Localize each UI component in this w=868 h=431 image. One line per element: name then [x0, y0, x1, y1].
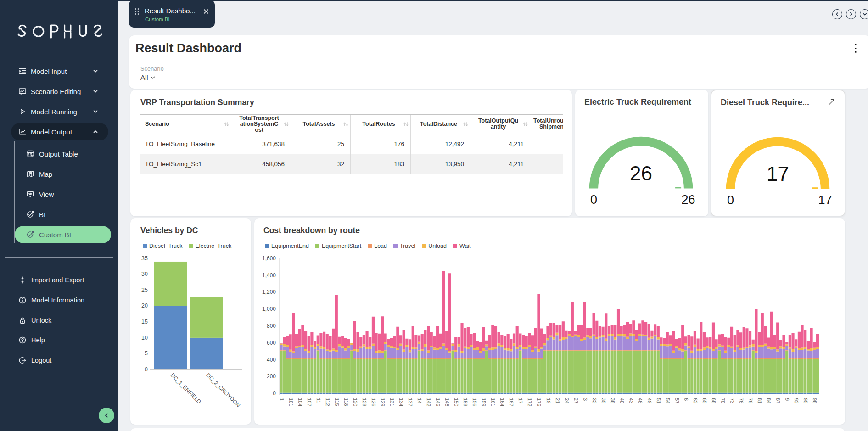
svg-text:161: 161 [490, 398, 496, 406]
svg-text:123: 123 [362, 398, 367, 406]
svg-text:87: 87 [775, 398, 781, 403]
svg-text:200: 200 [267, 373, 276, 380]
svg-text:30: 30 [141, 271, 148, 277]
svg-text:15: 15 [141, 319, 148, 325]
svg-text:1,400: 1,400 [262, 272, 276, 279]
svg-text:26: 26 [682, 193, 695, 207]
svg-text:134: 134 [398, 398, 404, 406]
svg-text:20: 20 [141, 302, 148, 309]
svg-text:126: 126 [371, 398, 376, 406]
svg-text:19: 19 [546, 398, 551, 403]
svg-text:35: 35 [141, 255, 148, 262]
svg-text:98: 98 [812, 398, 818, 403]
svg-text:73: 73 [729, 398, 735, 403]
svg-text:156: 156 [472, 398, 477, 406]
svg-text:1,600: 1,600 [262, 255, 276, 262]
svg-text:68: 68 [711, 398, 717, 403]
svg-text:17: 17 [818, 193, 832, 207]
svg-text:101: 101 [288, 398, 294, 406]
svg-text:57: 57 [674, 398, 680, 403]
svg-text:0: 0 [273, 390, 276, 397]
svg-text:150: 150 [454, 398, 459, 406]
svg-text:5: 5 [145, 350, 148, 357]
svg-text:17: 17 [767, 162, 789, 185]
svg-text:54: 54 [665, 398, 671, 403]
svg-text:49: 49 [647, 398, 652, 403]
svg-text:79: 79 [748, 398, 753, 403]
svg-text:9: 9 [784, 398, 790, 401]
svg-text:70: 70 [720, 398, 726, 403]
svg-text:35: 35 [601, 398, 606, 403]
svg-text:46: 46 [638, 398, 643, 403]
svg-text:62: 62 [693, 398, 698, 403]
svg-text:148: 148 [444, 398, 450, 406]
svg-text:25: 25 [141, 287, 148, 293]
svg-text:43: 43 [628, 398, 634, 403]
svg-text:600: 600 [267, 340, 276, 346]
svg-text:24: 24 [564, 398, 570, 403]
svg-text:137: 137 [408, 398, 413, 406]
svg-text:115: 115 [334, 398, 340, 406]
svg-text:800: 800 [267, 323, 276, 329]
svg-text:81: 81 [757, 398, 762, 403]
svg-text:11: 11 [316, 398, 321, 403]
svg-text:104: 104 [297, 398, 303, 406]
svg-text:40: 40 [619, 398, 625, 403]
svg-text:17: 17 [518, 398, 523, 403]
svg-text:32: 32 [592, 398, 597, 403]
svg-text:21: 21 [555, 398, 560, 403]
svg-text:120: 120 [353, 398, 358, 406]
svg-text:167: 167 [509, 398, 514, 406]
svg-text:14: 14 [417, 398, 422, 403]
svg-text:84: 84 [766, 398, 772, 403]
svg-text:26: 26 [630, 162, 652, 185]
svg-text:3: 3 [582, 398, 588, 401]
svg-text:172: 172 [527, 398, 532, 406]
svg-text:6: 6 [683, 398, 689, 401]
svg-text:1,000: 1,000 [262, 306, 276, 312]
svg-text:65: 65 [702, 398, 707, 403]
svg-text:131: 131 [389, 398, 395, 406]
svg-text:129: 129 [380, 398, 386, 406]
svg-text:175: 175 [536, 398, 542, 406]
svg-text:92: 92 [794, 398, 799, 403]
svg-text:38: 38 [610, 398, 616, 403]
svg-text:112: 112 [325, 398, 330, 406]
svg-text:159: 159 [481, 398, 487, 406]
svg-text:142: 142 [426, 398, 431, 406]
svg-text:0: 0 [727, 193, 734, 207]
svg-text:1: 1 [279, 398, 285, 401]
svg-text:118: 118 [343, 398, 349, 406]
svg-text:107: 107 [307, 398, 312, 406]
svg-text:51: 51 [656, 398, 661, 403]
svg-text:76: 76 [739, 398, 744, 403]
svg-text:DC_1_ENFIELD: DC_1_ENFIELD [169, 372, 202, 405]
svg-text:27: 27 [573, 398, 579, 403]
svg-text:153: 153 [463, 398, 468, 406]
svg-text:0: 0 [145, 366, 148, 373]
svg-text:164: 164 [499, 398, 505, 406]
svg-text:1,200: 1,200 [262, 289, 276, 295]
svg-text:10: 10 [141, 335, 148, 341]
svg-text:95: 95 [803, 398, 808, 403]
svg-text:DC_2_CROYDON: DC_2_CROYDON [205, 372, 241, 409]
svg-text:0: 0 [590, 193, 597, 207]
svg-text:145: 145 [435, 398, 441, 406]
svg-text:400: 400 [267, 357, 276, 363]
